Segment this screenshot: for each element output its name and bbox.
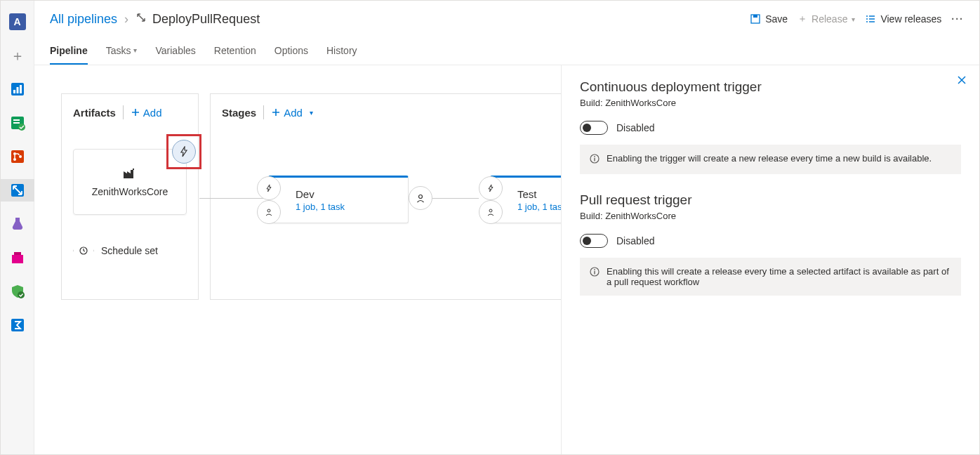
tab-tasks[interactable]: Tasks ▾: [106, 37, 138, 65]
plus-icon: [271, 107, 281, 117]
artifacts-title: Artifacts: [73, 107, 116, 119]
nav-repos[interactable]: [6, 145, 29, 168]
cd-trigger-state: Disabled: [616, 122, 654, 133]
save-icon: [750, 13, 761, 25]
sigma-icon: [9, 317, 26, 334]
stage-post-conditions-button[interactable]: [257, 200, 281, 224]
add-stage-label: Add: [284, 107, 303, 119]
stage-post-conditions-button[interactable]: [479, 200, 503, 224]
dashboard-icon: [9, 81, 26, 98]
tabs: Pipeline Tasks ▾ Variables Retention Opt…: [34, 37, 979, 65]
schedule-button[interactable]: Schedule set: [73, 240, 187, 261]
list-icon: [865, 13, 876, 25]
svg-rect-14: [14, 252, 21, 255]
pr-trigger-info: Enabling this will create a release ever…: [580, 258, 961, 296]
tab-retention[interactable]: Retention: [214, 37, 256, 65]
tab-pipeline[interactable]: Pipeline: [50, 37, 88, 65]
project-initial: A: [9, 13, 26, 30]
view-releases-button[interactable]: View releases: [865, 13, 941, 25]
stage-dev-detail[interactable]: 1 job, 1 task: [296, 202, 408, 212]
connector: [199, 198, 268, 199]
schedule-icon: [73, 240, 94, 261]
approval-node[interactable]: [409, 186, 432, 210]
nav-pipelines[interactable]: [1, 179, 34, 202]
plus-icon: ＋: [797, 13, 807, 25]
lightning-icon: [486, 184, 495, 192]
left-nav: A ＋: [1, 1, 34, 454]
svg-point-11: [19, 155, 22, 158]
stage-pre-conditions-button[interactable]: [479, 176, 503, 200]
info-icon: [590, 154, 600, 166]
svg-point-21: [419, 195, 423, 199]
artifact-label: ZenithWorksCore: [92, 186, 168, 197]
svg-rect-28: [594, 271, 595, 275]
cd-trigger-subtitle: Build: ZenithWorksCore: [580, 98, 961, 108]
stage-dev[interactable]: Dev 1 job, 1 task: [268, 176, 409, 223]
lightning-icon: [265, 184, 273, 192]
tab-history[interactable]: History: [326, 37, 357, 65]
artifact-trigger-button[interactable]: [172, 140, 196, 164]
stages-title: Stages: [222, 107, 256, 119]
pr-trigger-subtitle: Build: ZenithWorksCore: [580, 211, 961, 221]
save-button[interactable]: Save: [750, 13, 788, 25]
plus-icon: [131, 107, 140, 117]
shield-icon: [9, 283, 26, 300]
release-button[interactable]: ＋ Release ▾: [797, 13, 855, 25]
close-icon: [957, 75, 967, 85]
nav-boards[interactable]: [6, 112, 29, 134]
svg-rect-2: [16, 87, 18, 93]
breadcrumb-root[interactable]: All pipelines: [50, 12, 117, 27]
pr-trigger-toggle[interactable]: [580, 234, 608, 248]
svg-rect-1: [13, 90, 15, 93]
stage-pre-conditions-button[interactable]: [257, 176, 281, 200]
artifact-card[interactable]: ZenithWorksCore: [73, 149, 187, 215]
svg-point-15: [18, 291, 25, 298]
person-icon: [265, 208, 273, 216]
add-stage-button[interactable]: Add ▾: [271, 107, 313, 119]
svg-point-9: [13, 152, 16, 155]
svg-rect-18: [753, 15, 757, 18]
nav-testplans[interactable]: [6, 213, 29, 235]
svg-point-22: [489, 209, 492, 212]
breadcrumb-current: DeployPullRequest: [152, 12, 260, 27]
stages-panel: Stages Add ▾: [210, 93, 597, 300]
cd-trigger-toggle[interactable]: [580, 121, 608, 135]
close-flyout-button[interactable]: [957, 75, 967, 87]
nav-ext-2[interactable]: [6, 314, 29, 336]
svg-rect-6: [13, 119, 20, 121]
pipeline-icon: [135, 12, 147, 27]
add-nav-item[interactable]: ＋: [6, 44, 29, 67]
svg-rect-3: [20, 85, 22, 93]
svg-point-10: [13, 158, 16, 161]
testplans-icon: [9, 216, 26, 232]
project-avatar[interactable]: A: [6, 11, 29, 33]
add-artifact-button[interactable]: Add: [131, 107, 162, 119]
save-label: Save: [765, 13, 788, 25]
tab-variables[interactable]: Variables: [155, 37, 195, 65]
tab-options[interactable]: Options: [274, 37, 308, 65]
nav-artifacts[interactable]: [6, 246, 29, 269]
person-icon: [416, 193, 425, 203]
lightning-icon: [178, 146, 190, 157]
cd-trigger-title: Continuous deployment trigger: [580, 79, 961, 95]
svg-point-27: [594, 269, 595, 270]
trigger-flyout: Continuous deployment trigger Build: Zen…: [561, 65, 979, 454]
tab-tasks-label: Tasks: [106, 45, 131, 56]
more-button[interactable]: ···: [951, 13, 964, 25]
pr-trigger-info-text: Enabling this will create a release ever…: [607, 266, 951, 287]
breadcrumb-sep: ›: [124, 12, 128, 27]
breadcrumb: All pipelines › DeployPullRequest: [50, 12, 260, 27]
plus-icon: ＋: [11, 46, 25, 65]
person-icon: [486, 208, 495, 216]
nav-ext-1[interactable]: [6, 280, 29, 303]
chevron-down-icon: ▾: [310, 109, 313, 117]
artifacts-panel: Artifacts Add ZenithWorksCore: [61, 93, 199, 300]
svg-rect-7: [13, 122, 20, 124]
chevron-down-icon: ▾: [133, 46, 137, 54]
pipelines-icon: [9, 182, 26, 199]
cd-trigger-info-text: Enabling the trigger will create a new r…: [607, 153, 932, 164]
nav-overview[interactable]: [6, 78, 29, 100]
view-releases-label: View releases: [880, 13, 941, 25]
build-source-icon: [122, 167, 138, 182]
svg-point-20: [267, 209, 270, 212]
